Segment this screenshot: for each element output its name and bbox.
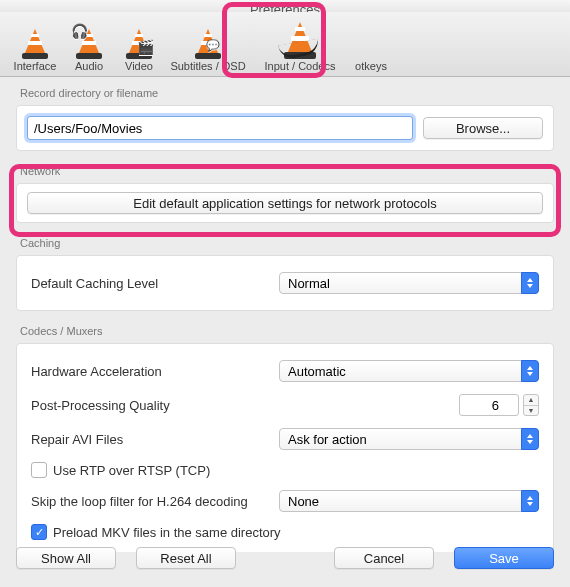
skip-loop-label: Skip the loop filter for H.264 decoding — [31, 494, 248, 509]
tab-audio[interactable]: 🎧 Audio — [64, 12, 114, 76]
record-path-input[interactable] — [27, 116, 413, 140]
repair-avi-label: Repair AVI Files — [31, 432, 123, 447]
tab-video-label: Video — [125, 60, 153, 72]
skip-loop-select[interactable]: None — [279, 490, 539, 512]
checkbox-icon — [31, 462, 47, 478]
vlc-icon — [21, 25, 49, 59]
tab-hotkeys[interactable]: otkeys — [346, 12, 396, 76]
pp-quality-stepper[interactable]: ▲▼ — [523, 394, 539, 416]
rtp-checkbox-label: Use RTP over RTSP (TCP) — [53, 463, 210, 478]
hw-accel-select[interactable]: Automatic — [279, 360, 539, 382]
group-network-title: Network — [16, 165, 554, 177]
select-arrows-icon — [521, 360, 539, 382]
vlc-subtitles-icon: 💬 — [194, 25, 222, 59]
toolbar: Interface 🎧 Audio 🎬 Video 💬 Subtitles / … — [0, 12, 570, 77]
tab-subtitles[interactable]: 💬 Subtitles / OSD — [164, 12, 252, 76]
group-caching-title: Caching — [16, 237, 554, 249]
pp-quality-label: Post-Processing Quality — [31, 398, 170, 413]
show-all-button[interactable]: Show All — [16, 547, 116, 569]
tab-subtitles-label: Subtitles / OSD — [170, 60, 245, 72]
caching-level-select-wrap: Normal — [279, 272, 539, 294]
hw-accel-label: Hardware Acceleration — [31, 364, 162, 379]
tab-interface-label: Interface — [14, 60, 57, 72]
select-arrows-icon — [521, 428, 539, 450]
group-record-title: Record directory or filename — [16, 87, 554, 99]
window-title: Preferences — [0, 0, 570, 12]
select-arrows-icon — [521, 490, 539, 512]
pp-quality-input[interactable] — [459, 394, 519, 416]
tab-hotkeys-label: otkeys — [355, 60, 387, 72]
group-network: Network Edit default application setting… — [16, 165, 554, 223]
browse-button[interactable]: Browse... — [423, 117, 543, 139]
rtp-checkbox[interactable]: Use RTP over RTSP (TCP) — [31, 462, 210, 478]
vlc-codecs-icon — [283, 19, 317, 59]
save-button[interactable]: Save — [454, 547, 554, 569]
reset-all-button[interactable]: Reset All — [136, 547, 236, 569]
footer: Show All Reset All Cancel Save — [0, 537, 570, 587]
content-area: Record directory or filename Browse... N… — [0, 77, 570, 552]
tab-input-codecs[interactable]: Input / Codecs — [254, 12, 346, 76]
caching-level-select[interactable]: Normal — [279, 272, 539, 294]
network-settings-button[interactable]: Edit default application settings for ne… — [27, 192, 543, 214]
tab-codecs-label: Input / Codecs — [265, 60, 336, 72]
tab-audio-label: Audio — [75, 60, 103, 72]
cancel-button[interactable]: Cancel — [334, 547, 434, 569]
repair-avi-select[interactable]: Ask for action — [279, 428, 539, 450]
vlc-video-icon: 🎬 — [125, 25, 153, 59]
tab-interface[interactable]: Interface — [6, 12, 64, 76]
vlc-audio-icon: 🎧 — [75, 25, 103, 59]
group-record: Record directory or filename Browse... — [16, 87, 554, 151]
select-arrows-icon — [521, 272, 539, 294]
tab-video[interactable]: 🎬 Video — [114, 12, 164, 76]
group-codecs: Codecs / Muxers Hardware Acceleration Au… — [16, 325, 554, 552]
caching-level-label: Default Caching Level — [31, 276, 158, 291]
group-codecs-title: Codecs / Muxers — [16, 325, 554, 337]
group-caching: Caching Default Caching Level Normal — [16, 237, 554, 311]
